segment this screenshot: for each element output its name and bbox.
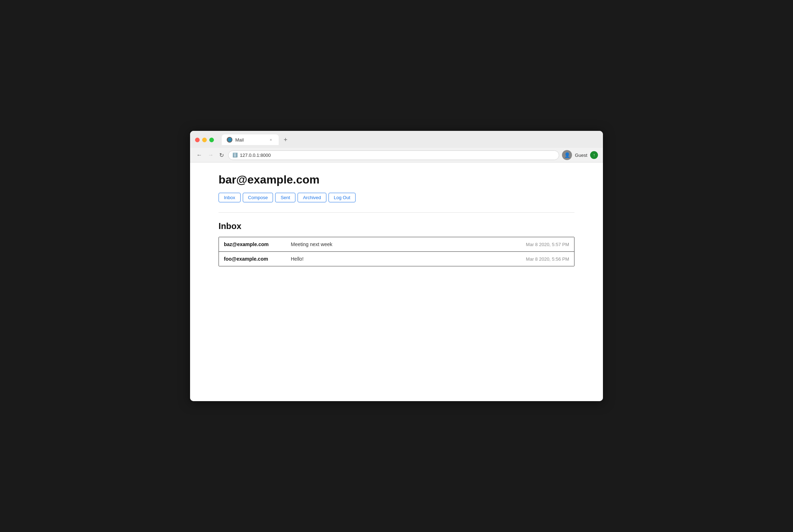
tab-close-button[interactable]: × (268, 137, 274, 143)
active-tab[interactable]: 🌐 Mail × (222, 134, 279, 145)
tab-title: Mail (235, 137, 244, 143)
address-input[interactable] (228, 150, 559, 160)
tab-bar: 🌐 Mail × + (222, 134, 290, 145)
sent-nav-button[interactable]: Sent (275, 193, 295, 202)
email-row[interactable]: foo@example.com Hello! Mar 8 2020, 5:56 … (219, 252, 574, 266)
maximize-button[interactable] (209, 138, 214, 142)
logout-nav-button[interactable]: Log Out (329, 193, 356, 202)
email-date: Mar 8 2020, 5:57 PM (526, 242, 569, 247)
profile-name: Guest (575, 153, 587, 158)
email-subject: Hello! (288, 256, 526, 262)
reload-button[interactable]: ↻ (218, 151, 225, 159)
compose-nav-button[interactable]: Compose (243, 193, 273, 202)
browser-window: 🌐 Mail × + ← → ↻ ℹ️ 👤 Guest ↑ bar@exampl… (190, 131, 603, 401)
minimize-button[interactable] (202, 138, 207, 142)
page-content: bar@example.com Inbox Compose Sent Archi… (190, 163, 603, 401)
inbox-title: Inbox (219, 221, 574, 231)
address-wrap: ℹ️ (228, 150, 559, 160)
profile-area: 👤 Guest ↑ (562, 150, 598, 160)
close-button[interactable] (195, 138, 200, 142)
new-tab-button[interactable]: + (281, 135, 290, 145)
title-bar: 🌐 Mail × + (190, 131, 603, 148)
window-controls (195, 138, 214, 142)
lock-icon: ℹ️ (232, 153, 238, 158)
archived-nav-button[interactable]: Archived (298, 193, 326, 202)
email-date: Mar 8 2020, 5:56 PM (526, 256, 569, 262)
user-email: bar@example.com (219, 173, 574, 186)
email-row[interactable]: baz@example.com Meeting next week Mar 8 … (219, 237, 574, 252)
address-bar: ← → ↻ ℹ️ 👤 Guest ↑ (190, 148, 603, 163)
tab-favicon: 🌐 (227, 137, 232, 143)
back-button[interactable]: ← (195, 151, 204, 159)
email-sender: baz@example.com (224, 241, 288, 247)
forward-button[interactable]: → (206, 151, 215, 159)
email-subject: Meeting next week (288, 241, 526, 247)
profile-icon: 👤 (562, 150, 572, 160)
email-list: baz@example.com Meeting next week Mar 8 … (219, 237, 574, 266)
update-button[interactable]: ↑ (590, 151, 598, 159)
nav-buttons: Inbox Compose Sent Archived Log Out (219, 193, 574, 202)
divider (219, 212, 574, 213)
inbox-nav-button[interactable]: Inbox (219, 193, 241, 202)
email-sender: foo@example.com (224, 256, 288, 262)
